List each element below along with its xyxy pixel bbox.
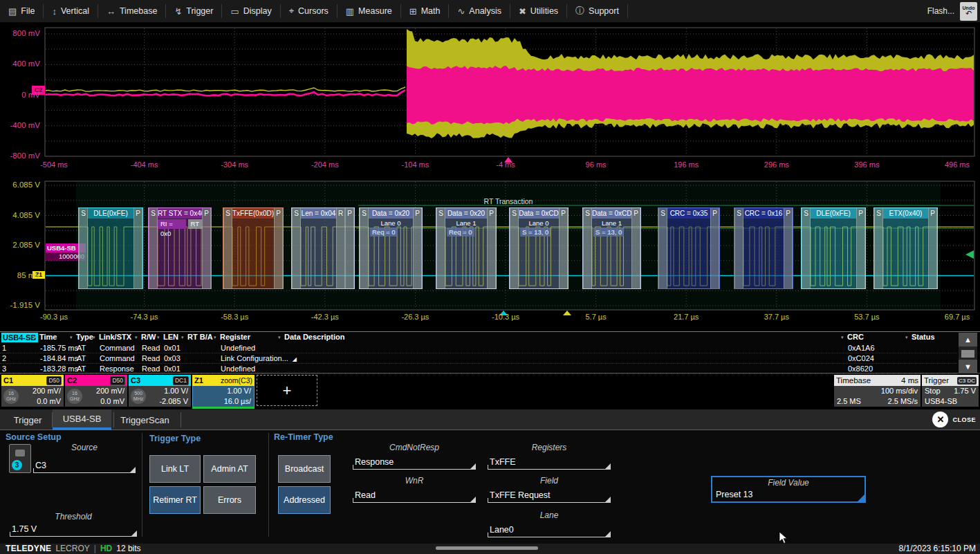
undo-button[interactable]: Undo ↶: [960, 2, 977, 21]
button-admin-at[interactable]: Admin AT: [203, 455, 256, 483]
column-header-register[interactable]: Register: [220, 333, 250, 341]
table-row[interactable]: 1-185.75 msATCommandRead0x01Undefined0xA…: [0, 343, 957, 353]
column-header-crc[interactable]: CRC: [847, 333, 864, 341]
menu-analysis[interactable]: ∿Analysis: [449, 0, 509, 22]
source-select[interactable]: C3: [33, 455, 136, 473]
column-header-status[interactable]: Status: [912, 333, 935, 341]
table-row[interactable]: 2-184.84 msATCommandRead0x03Link Configu…: [0, 353, 957, 364]
decode-table: USB4-SB Time▾Type▾Link/STX▾R/W▾LEN▾RT B/…: [0, 331, 980, 373]
tab-usb4-sb[interactable]: USB4-SB: [53, 409, 111, 430]
menu-items: ▤File↕Vertical↔Timebase↯Trigger▭Display⌖…: [0, 0, 628, 22]
menu-vertical[interactable]: ↕Vertical: [44, 0, 98, 22]
menu-file[interactable]: ▤File: [0, 0, 43, 22]
horizontal-arrows-icon: ↔: [107, 6, 115, 17]
channel-descriptor-c1[interactable]: C1D5016GHz200 mV/0.0 mV: [1, 375, 64, 407]
menu-display[interactable]: ▭Display: [222, 0, 279, 22]
waveform-icon: ∿: [457, 6, 465, 17]
scroll-down-button[interactable]: ▼: [959, 360, 977, 373]
menu-cursors[interactable]: ⌖Cursors: [281, 0, 337, 22]
channel-header: C2D50: [65, 375, 127, 386]
column-header-link_stx[interactable]: Link/STX: [99, 333, 131, 341]
trigger-descriptor[interactable]: Trigger C3 DC Stop1.75 V USB4-SB: [922, 375, 979, 407]
channel-badge: zoom(C3): [221, 376, 252, 385]
channel-descriptor-c2[interactable]: C2D5016GHz200 mV/0.0 mV: [65, 375, 127, 407]
table-row[interactable]: 3-183.28 msATResponseRead0x01Undefined0x…: [0, 364, 957, 374]
select-lane[interactable]: Lane0: [488, 521, 611, 537]
bubble-start-cap: S: [510, 208, 519, 288]
menu-measure[interactable]: ▥Measure: [338, 0, 400, 22]
trigger-mode: Stop: [925, 386, 941, 396]
column-sort-icon[interactable]: ▾: [278, 335, 281, 340]
column-header-type[interactable]: Type: [76, 333, 93, 341]
selected-indicator: [192, 407, 255, 409]
button-link-lt[interactable]: Link LT: [149, 455, 201, 483]
tab-trigger[interactable]: Trigger: [6, 409, 50, 430]
timebase-descriptor[interactable]: Timebase 4 ms 100 ms/div 2.5 MS2.5 MS/s: [834, 375, 921, 407]
column-sort-icon[interactable]: ▾: [70, 335, 73, 340]
select-cmdnotresp[interactable]: Response: [353, 454, 476, 470]
field-label-cmdnotresp: CmdNotResp: [353, 443, 476, 452]
probe-button[interactable]: 3: [9, 444, 31, 473]
column-sort-icon[interactable]: ▾: [214, 335, 216, 340]
column-sort-icon[interactable]: ▾: [33, 335, 36, 340]
channel-descriptor-c3[interactable]: C3DC1500MHz1.00 V/-2.085 V: [129, 375, 191, 407]
column-sort-icon[interactable]: ▾: [181, 335, 184, 340]
x-axis-tick: -104 ms: [402, 160, 429, 169]
button-broadcast[interactable]: Broadcast: [278, 455, 331, 483]
scroll-up-button[interactable]: ▲: [959, 333, 977, 347]
y-axis-tick: -1.915 V: [0, 301, 40, 309]
bubble-sub-line1: Lane 1: [445, 219, 487, 228]
zoom-decode-panel[interactable]: RT Transaction USB4-SB 1000000 Z1 SPDLE(…: [0, 176, 980, 332]
column-header-len[interactable]: LEN: [163, 333, 178, 341]
threshold-select[interactable]: 1.75 V: [10, 521, 137, 537]
selected-value: 1.75 V: [12, 524, 37, 534]
menu-support[interactable]: ⓘSupport: [567, 0, 627, 22]
button-errors[interactable]: Errors: [203, 486, 256, 514]
cell-time: -183.28 ms: [40, 364, 78, 374]
resize-handle[interactable]: [436, 546, 538, 550]
channel-descriptor-z1[interactable]: Z1zoom(C3)1.00 V/16.0 µs/: [192, 375, 255, 407]
select-wnr[interactable]: Read: [353, 487, 476, 503]
add-trace-button[interactable]: +: [257, 375, 317, 406]
table-scrollbar[interactable]: ▲ ▼: [959, 333, 977, 373]
column-header-rt_ba[interactable]: RT B/A: [187, 333, 213, 341]
column-sort-icon[interactable]: ▾: [135, 335, 138, 340]
close-label: CLOSE: [952, 416, 976, 423]
column-header-data_description[interactable]: Data Description: [284, 333, 344, 341]
column-sort-icon[interactable]: ▾: [841, 335, 844, 340]
cell-register: Undefined: [221, 343, 255, 353]
y-axis-tick: 6.085 V: [0, 181, 40, 189]
column-sort-icon[interactable]: ▾: [157, 335, 160, 340]
field-label-registers: Registers: [488, 443, 611, 452]
close-button[interactable]: ✕ CLOSE: [932, 412, 976, 427]
menu-trigger[interactable]: ↯Trigger: [166, 0, 221, 22]
bubble-end-cap: P: [856, 208, 865, 288]
tab-triggerscan[interactable]: TriggerScan: [111, 409, 178, 430]
channel-strip: C1D5016GHz200 mV/0.0 mVC2D5016GHz200 mV/…: [0, 374, 980, 408]
bubble-label: CRC = 0x16: [743, 208, 784, 219]
analog-waveform-panel[interactable]: C2 800 mV400 mV0 mV-400 mV-800 mV-504 ms…: [0, 25, 980, 176]
expand-icon[interactable]: ◢: [293, 356, 297, 362]
bubble-end-cap: P: [487, 208, 496, 288]
column-sort-icon[interactable]: ▾: [93, 335, 95, 340]
button-retimer-rt[interactable]: Retimer RT: [149, 486, 201, 514]
menu-math[interactable]: ⊞Math: [401, 0, 449, 22]
column-header-rw[interactable]: R/W: [141, 333, 156, 341]
button-addressed[interactable]: Addressed: [278, 486, 331, 514]
selected-value: TxFFE: [490, 457, 516, 467]
menu-timebase[interactable]: ↔Timebase: [98, 0, 165, 22]
select-field[interactable]: TxFFE Request: [488, 487, 611, 503]
column-header-time[interactable]: Time: [39, 333, 57, 341]
measure-icon: ▥: [346, 6, 354, 17]
cell-register: Link Configuration...◢: [221, 353, 297, 364]
dropdown-tick: [488, 533, 488, 537]
scrollbar-thumb[interactable]: [961, 350, 974, 358]
select-registers[interactable]: TxFFE: [488, 454, 611, 470]
flash-status[interactable]: Flash...: [927, 6, 954, 16]
field-value-input[interactable]: Field Value Preset 13: [711, 476, 866, 503]
menu-utilities[interactable]: ✖Utilities: [510, 0, 566, 22]
menu-separator: [627, 4, 628, 18]
bubble-label: ETX(0x40): [883, 208, 928, 219]
column-sort-icon[interactable]: ▾: [905, 335, 908, 340]
dropdown-underline: [353, 502, 476, 503]
